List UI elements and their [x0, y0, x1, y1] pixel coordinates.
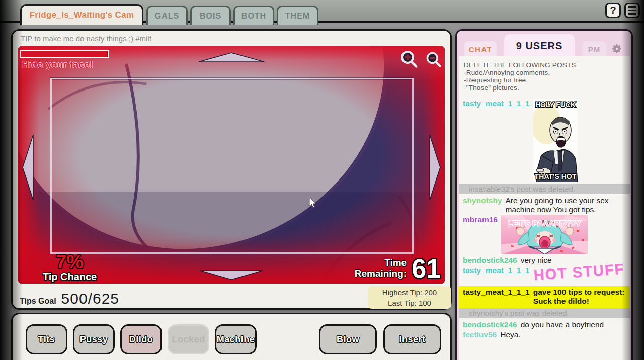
- action-button-dildo[interactable]: Dildo: [120, 324, 162, 354]
- tab-gals-label: GALS: [155, 12, 179, 21]
- tab-both-label: BOTH: [242, 12, 266, 21]
- hamburger-icon: [628, 6, 636, 15]
- chat-username: bendostick246: [463, 256, 517, 265]
- chat-username: feetluv56: [463, 330, 497, 339]
- tab-users-label: 9 USERS: [516, 40, 563, 52]
- tab-both[interactable]: BOTH: [233, 6, 274, 25]
- zoom-in-button[interactable]: [399, 49, 419, 69]
- settings-gear-icon[interactable]: [611, 43, 623, 55]
- chat-message: tasty_meat_1_1_1: [463, 99, 627, 182]
- meme-bottom-caption: THAT'S HOT: [535, 172, 577, 181]
- chat-username: tasty_meat_1_1_1: [463, 99, 530, 108]
- tips-goal-value: 500/625: [61, 290, 119, 307]
- cam-stage[interactable]: Hide your face!: [18, 46, 445, 284]
- zoom-out-button[interactable]: [425, 51, 443, 69]
- tab-cam-label: Fridge_Is_Waiting's Cam: [30, 10, 134, 20]
- action-button-machine[interactable]: Machine: [215, 324, 257, 354]
- pan-right-arrow[interactable]: [429, 134, 442, 201]
- pussy-label: Pussy: [80, 334, 108, 345]
- cam-panel: TIP to make me do nasty things ;) #milf: [11, 29, 452, 310]
- tab-bois-label: BOIS: [200, 12, 221, 21]
- tab-chat[interactable]: CHAT: [464, 41, 497, 57]
- tip-chance-display: 7% Tip Chance: [23, 253, 116, 283]
- help-button[interactable]: ?: [605, 3, 621, 18]
- progress-fill: [21, 51, 107, 57]
- chat-text: Heya.: [500, 330, 627, 339]
- face-hide-progress-bar: [20, 50, 109, 58]
- time-remaining-value: 61: [412, 255, 441, 282]
- tip-stats-box: Highest Tip: 200 Last Tip: 100: [368, 286, 451, 309]
- action-button-pussy[interactable]: Pussy: [73, 324, 115, 354]
- tab-chat-label: CHAT: [469, 45, 493, 54]
- insert-label: Insert: [399, 334, 425, 345]
- tab-pm-label: PM: [588, 45, 601, 54]
- pan-left-arrow[interactable]: [21, 134, 34, 201]
- tab-pm[interactable]: PM: [582, 41, 606, 57]
- tips-goal-display: Tips Goal 500/625: [20, 290, 119, 307]
- tip-chance-label: Tip Chance: [23, 271, 116, 283]
- blow-label: Blow: [337, 334, 359, 345]
- mod-note: DELETE THE FOLLOWING POSTS: -Rude/Annoyi…: [464, 61, 627, 92]
- pan-down-arrow[interactable]: [199, 269, 264, 281]
- browser-tab-bar: Fridge_Is_Waiting's Cam GALS BOIS BOTH T…: [0, 0, 644, 23]
- chat-username: shynotshy: [463, 196, 502, 205]
- dildo-label: Dildo: [129, 334, 153, 345]
- highest-tip: Highest Tip: 200: [368, 288, 451, 298]
- chat-message: shynotshy Are you going to use your sex …: [463, 196, 627, 214]
- mouse-cursor: [309, 197, 317, 209]
- time-remaining-display: Time Remaining: 61: [355, 255, 441, 282]
- meme-image-party: LET'S PAAARTYYY: [501, 215, 588, 254]
- time-label-line1: Time: [355, 258, 407, 268]
- tab-gals[interactable]: GALS: [146, 6, 188, 25]
- chat-username: bendostick246: [463, 320, 517, 329]
- game-screen: Fridge_Is_Waiting's Cam GALS BOIS BOTH T…: [0, 0, 644, 360]
- stream-status-message: TIP to make me do nasty things ;) #milf: [21, 34, 151, 43]
- chat-message: tasty_meat_1_1_1 HOT STUFF: [463, 266, 627, 284]
- question-mark-icon: ?: [610, 5, 616, 16]
- chat-message-list[interactable]: DELETE THE FOLLOWING POSTS: -Rude/Annoyi…: [459, 56, 630, 360]
- time-label-line2: Remaining:: [355, 268, 407, 279]
- chat-username: tasty_meat_1_1_1: [463, 266, 530, 275]
- tab-cam-active[interactable]: Fridge_Is_Waiting's Cam: [20, 4, 143, 25]
- tab-them-label: THEM: [285, 12, 310, 21]
- chat-message: bendostick246 do you have a boyfriend: [463, 320, 627, 329]
- action-button-locked: Locked: [168, 324, 209, 354]
- chat-message: feetluv56 Heya.: [463, 330, 627, 339]
- action-button-blow[interactable]: Blow: [319, 324, 377, 354]
- tip-text: gave 100 tips to request: Suck the dildo…: [533, 288, 627, 306]
- chat-text: do you have a boyfriend: [521, 320, 627, 329]
- chat-text: Are you going to use your sex machine no…: [506, 196, 627, 214]
- machine-label: Machine: [217, 334, 255, 345]
- chat-username: mbram16: [463, 215, 498, 224]
- tips-goal-label: Tips Goal: [20, 297, 56, 306]
- tip-message: tasty_meat_1_1_1 gave 100 tips to reques…: [459, 286, 630, 308]
- tab-users[interactable]: 9 USERS: [504, 34, 575, 57]
- alert-text: Hide your face!: [22, 59, 93, 70]
- action-button-tits[interactable]: Tits: [26, 324, 67, 354]
- tits-label: Tits: [38, 334, 55, 345]
- chat-panel: CHAT 9 USERS PM DELETE THE FOLLOWING POS…: [455, 29, 633, 360]
- menu-button[interactable]: [624, 3, 640, 18]
- tab-bois[interactable]: BOIS: [190, 6, 231, 25]
- action-button-insert[interactable]: Insert: [383, 324, 441, 354]
- action-panel: Tits Pussy Dildo Locked Machine Blow Ins…: [11, 313, 452, 360]
- deleted-post-notice: shynotshy's post was deleted.: [459, 308, 630, 318]
- focus-frame: [50, 78, 414, 254]
- tab-them[interactable]: THEM: [277, 6, 318, 25]
- chat-message: mbram16: [463, 215, 627, 254]
- party-caption: LET'S PAAARTYYY: [508, 219, 581, 227]
- locked-label: Locked: [172, 334, 205, 345]
- chat-username: tasty_meat_1_1_1: [463, 288, 530, 306]
- meme-image-holy-fuck: HOLY FUCK THAT'S HOT: [533, 99, 578, 182]
- tip-chance-value: 7%: [23, 253, 116, 271]
- last-tip: Last Tip: 100: [368, 298, 451, 309]
- meme-top-caption: HOLY FUCK: [535, 101, 576, 109]
- pan-up-arrow[interactable]: [198, 52, 265, 63]
- deleted-post-notice: insatiable32's post was deleted.: [459, 184, 630, 194]
